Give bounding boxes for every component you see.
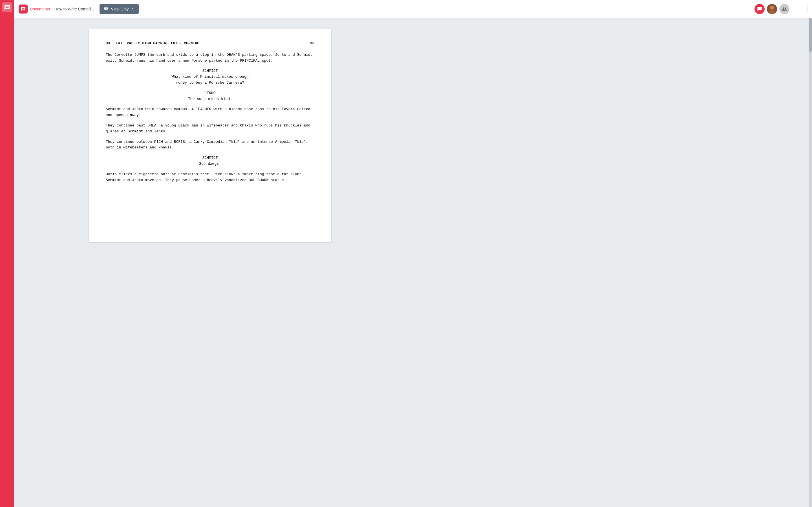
chevron-down-icon bbox=[131, 6, 135, 11]
breadcrumb-documents[interactable]: Documents bbox=[30, 7, 50, 11]
dialogue-schmidt-2: SCHMIDT Sup dawgs. bbox=[128, 155, 292, 167]
dialogue-text-schmidt-2: Sup dawgs. bbox=[128, 161, 292, 167]
dialogue-schmidt-1: SCHMIDT What kind of Principal makes eno… bbox=[128, 68, 292, 86]
view-only-label: View Only bbox=[111, 7, 129, 11]
breadcrumb[interactable]: Documents › How to Write Comed... bbox=[30, 7, 94, 11]
action-line-1: The Corvette JUMPS the curb and skids to… bbox=[106, 52, 314, 64]
scene-number-left: 33 bbox=[106, 41, 110, 47]
eye-icon bbox=[103, 6, 109, 12]
header-app-icon[interactable] bbox=[18, 4, 28, 13]
character-name-jenko-1: JENKO bbox=[128, 91, 292, 96]
action-line-2: Schmidt and Jenko walk towards campus. A… bbox=[106, 107, 314, 118]
scene-heading: 33 EXT. VALLEY HIGH PARKING LOT – MORNIN… bbox=[106, 41, 314, 47]
action-line-4: They continue between PICH and BORIS, a … bbox=[106, 139, 314, 151]
script-document: 33 EXT. VALLEY HIGH PARKING LOT – MORNIN… bbox=[89, 29, 331, 242]
dialogue-text-schmidt-1: What kind of Principal makes enough mone… bbox=[128, 74, 292, 86]
breadcrumb-separator: › bbox=[52, 7, 53, 11]
scene-number-right: 33 bbox=[310, 41, 314, 47]
action-line-3: They continue past SHEA, a young Black m… bbox=[106, 123, 314, 135]
main-content: 33 EXT. VALLEY HIGH PARKING LOT – MORNIN… bbox=[14, 18, 406, 253]
dialogue-text-jenko-1: The suspicious kind. bbox=[128, 96, 292, 102]
scene-title: EXT. VALLEY HIGH PARKING LOT – MORNING bbox=[110, 41, 310, 47]
character-name-schmidt-1: SCHMIDT bbox=[128, 68, 292, 74]
action-line-5: Boris flicks a cigarette butt at Schmidt… bbox=[106, 172, 314, 183]
view-only-button[interactable]: View Only bbox=[100, 4, 139, 14]
sidebar-app-icon[interactable] bbox=[2, 2, 12, 12]
character-name-schmidt-2: SCHMIDT bbox=[128, 155, 292, 161]
sidebar bbox=[0, 0, 14, 253]
dialogue-jenko-1: JENKO The suspicious kind. bbox=[128, 91, 292, 102]
header: Documents › How to Write Comed... View O… bbox=[14, 0, 406, 18]
breadcrumb-current: How to Write Comed... bbox=[54, 7, 94, 11]
